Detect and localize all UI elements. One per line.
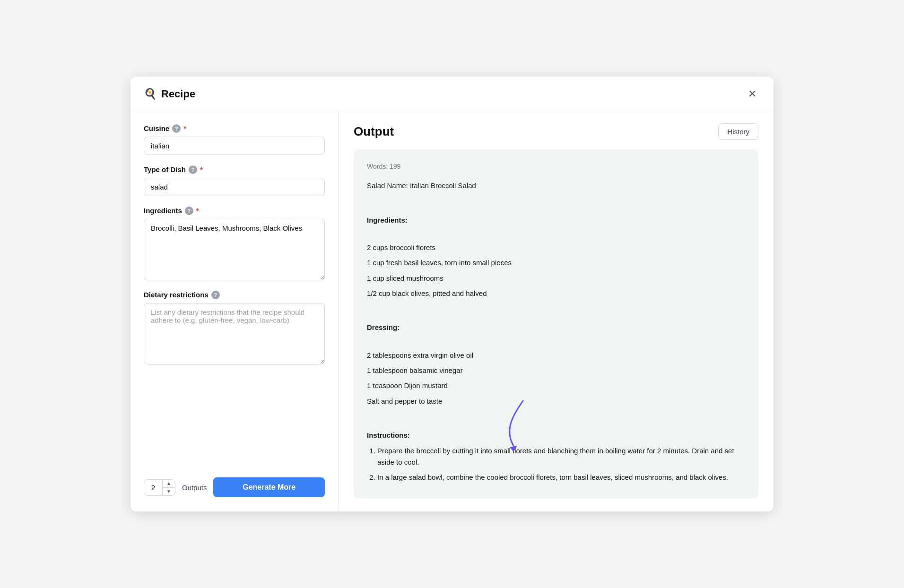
dietary-label: Dietary restrictions ?: [144, 291, 325, 299]
cuisine-input[interactable]: [144, 137, 325, 155]
instruction-1: Prepare the broccoli by cutting it into …: [377, 445, 745, 468]
dietary-field-group: Dietary restrictions ?: [144, 291, 325, 364]
stepper-value: 2: [144, 480, 162, 495]
dressing-4: Salt and pepper to taste: [367, 395, 745, 407]
ingredient-4: 1/2 cup black olives, pitted and halved: [367, 287, 745, 300]
close-button[interactable]: ✕: [744, 86, 760, 102]
dressing-1: 2 tablespoons extra virgin olive oil: [367, 349, 745, 362]
dish-help-icon[interactable]: ?: [189, 165, 197, 174]
ingredient-1: 2 cups broccoli florets: [367, 242, 745, 254]
right-panel: Output History Words: 199 Salad Name: It…: [339, 110, 774, 512]
dish-input[interactable]: [144, 178, 325, 196]
cuisine-help-icon[interactable]: ?: [172, 124, 181, 133]
cuisine-required: *: [183, 124, 186, 132]
modal-header: 🍳 Recipe ✕: [130, 77, 774, 110]
left-panel: Cuisine ? * Type of Dish ? * Ingredients: [130, 110, 339, 512]
cuisine-label: Cuisine ? *: [144, 124, 325, 133]
dressing-heading: Dressing:: [367, 321, 745, 334]
ingredients-field-group: Ingredients ? *: [144, 207, 325, 280]
modal-title-group: 🍳 Recipe: [144, 88, 195, 100]
outputs-label: Outputs: [182, 484, 207, 492]
cuisine-field-group: Cuisine ? *: [144, 124, 325, 155]
recipe-icon: 🍳: [144, 88, 156, 100]
output-card: Words: 199 Salad Name: Italian Broccoli …: [354, 149, 758, 499]
instruction-2: In a large salad bowl, combine the coole…: [377, 472, 745, 483]
output-header: Output History: [354, 123, 758, 140]
ingredients-label: Ingredients ? *: [144, 207, 325, 215]
dietary-help-icon[interactable]: ?: [211, 291, 220, 299]
ingredient-3: 1 cup sliced mushrooms: [367, 272, 745, 285]
output-title: Output: [354, 124, 394, 139]
words-count: Words: 199: [367, 161, 745, 173]
dish-label: Type of Dish ? *: [144, 165, 325, 174]
stepper-arrows: ▲ ▼: [162, 480, 175, 495]
ingredient-2: 1 cup fresh basil leaves, torn into smal…: [367, 257, 745, 269]
instructions-list: Prepare the broccoli by cutting it into …: [367, 445, 745, 483]
ingredients-textarea[interactable]: [144, 219, 325, 280]
dish-field-group: Type of Dish ? *: [144, 165, 325, 196]
dish-required: *: [200, 165, 203, 173]
ingredients-required: *: [196, 207, 199, 215]
dressing-3: 1 teaspoon Dijon mustard: [367, 380, 745, 392]
modal-title: Recipe: [161, 88, 195, 100]
outputs-stepper: 2 ▲ ▼: [144, 479, 175, 496]
stepper-up-button[interactable]: ▲: [163, 480, 175, 488]
dressing-2: 1 tablespoon balsamic vinegar: [367, 364, 745, 377]
bottom-bar: 2 ▲ ▼ Outputs Generate More: [144, 473, 325, 497]
ingredients-help-icon[interactable]: ?: [185, 207, 193, 215]
modal-body: Cuisine ? * Type of Dish ? * Ingredients: [130, 110, 774, 512]
history-button[interactable]: History: [718, 123, 758, 140]
output-line-salad-name: Salad Name: Italian Broccoli Salad: [367, 180, 745, 192]
stepper-down-button[interactable]: ▼: [163, 488, 175, 495]
ingredients-heading: Ingredients:: [367, 214, 745, 226]
instructions-heading: Instructions:: [367, 429, 745, 441]
generate-button[interactable]: Generate More: [213, 477, 325, 497]
recipe-modal: 🍳 Recipe ✕ Cuisine ? * Type of Dish ?: [130, 77, 774, 512]
dietary-textarea[interactable]: [144, 303, 325, 364]
